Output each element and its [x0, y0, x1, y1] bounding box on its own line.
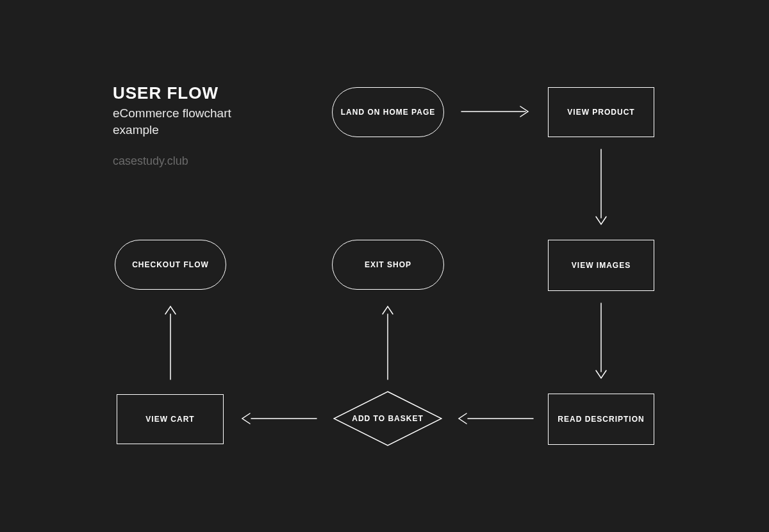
node-add-to-basket: ADD TO BASKET [333, 391, 442, 446]
node-view-cart: VIEW CART [117, 394, 224, 444]
diagram-subtitle: eCommerce flowchart example [113, 105, 279, 138]
node-label: LAND ON HOME PAGE [331, 108, 446, 117]
node-land-home: LAND ON HOME PAGE [332, 87, 444, 137]
arrow-up-icon [165, 306, 176, 379]
diagram-title: USER FLOW [113, 83, 219, 103]
arrow-left-icon [459, 413, 533, 424]
node-checkout-flow: CHECKOUT FLOW [115, 240, 226, 290]
node-label: READ DESCRIPTION [543, 415, 659, 424]
arrow-down-icon [596, 149, 606, 224]
node-exit-shop: EXIT SHOP [332, 240, 444, 290]
diagram-credit: casestudy.club [113, 154, 188, 168]
node-label: ADD TO BASKET [333, 391, 442, 446]
arrow-left-icon [242, 413, 317, 424]
node-label: EXIT SHOP [331, 260, 446, 269]
node-view-images: VIEW IMAGES [548, 240, 654, 291]
arrow-down-icon [596, 303, 606, 378]
node-label: VIEW PRODUCT [543, 108, 659, 117]
node-label: VIEW CART [113, 415, 228, 424]
node-label: CHECKOUT FLOW [113, 260, 228, 269]
arrow-up-icon [383, 306, 393, 379]
node-read-description: READ DESCRIPTION [548, 394, 654, 445]
node-view-product: VIEW PRODUCT [548, 87, 654, 137]
node-label: VIEW IMAGES [543, 261, 659, 270]
arrow-right-icon [461, 106, 528, 117]
